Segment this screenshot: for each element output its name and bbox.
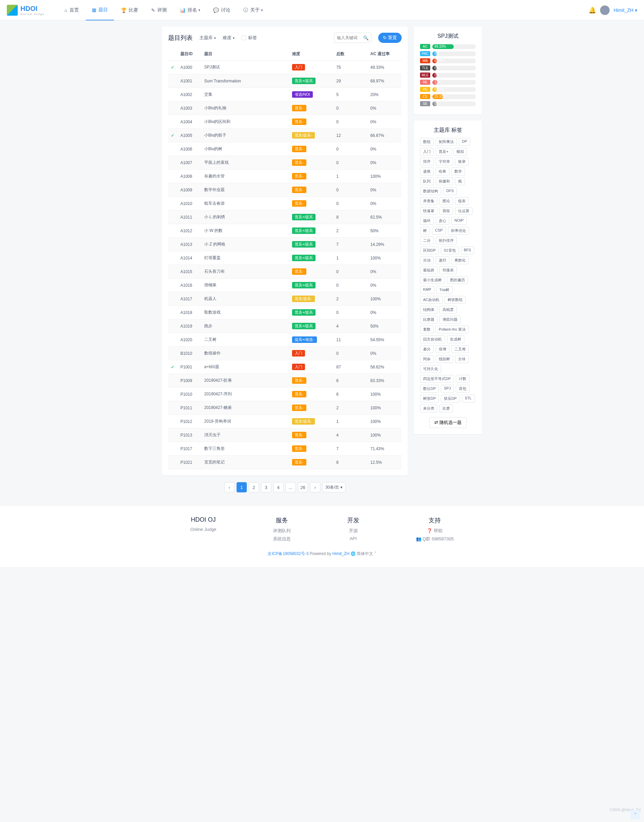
footer-link[interactable]: 开源	[347, 528, 359, 534]
tag-BFS[interactable]: BFS	[461, 247, 474, 254]
problem-title[interactable]: SPJ测试	[201, 61, 289, 74]
table-row[interactable]: A1019跑步普及+/提高450%	[168, 320, 402, 333]
tag-博弈问题[interactable]: 博弈问题	[439, 316, 460, 324]
problem-title[interactable]: 取数游戏	[201, 306, 289, 320]
tag-并查集[interactable]: 并查集	[420, 197, 437, 205]
table-row[interactable]: P10122019-异构单词普及/提高-1100%	[168, 415, 402, 429]
tag-递归[interactable]: 递归	[436, 257, 449, 264]
tag-图论[interactable]: 图论	[439, 197, 453, 205]
table-row[interactable]: P100920190427-阶乘普及-683.33%	[168, 374, 402, 387]
nav-item-关于[interactable]: ⓘ关于▾	[237, 0, 269, 20]
pager-2[interactable]: 2	[249, 482, 259, 492]
pager-...[interactable]: ...	[285, 482, 296, 492]
table-row[interactable]: A1020二叉树提高+/省选-1154.55%	[168, 333, 402, 347]
tag-剪枝[interactable]: 剪枝	[439, 207, 453, 215]
tag-NOIP[interactable]: NOIP	[451, 217, 467, 225]
problem-title[interactable]: 宽宽的笔记	[201, 456, 289, 469]
table-row[interactable]: A1011小 L 的刺绣普及+/提高862.5%	[168, 210, 402, 224]
problem-title[interactable]: 小Biu的骰子	[201, 129, 289, 142]
nav-item-比赛[interactable]: 🏆比赛	[115, 0, 144, 20]
problem-title[interactable]: 机器人	[201, 292, 289, 306]
tag-四边形不等式DP[interactable]: 四边形不等式DP	[420, 375, 454, 383]
reset-button[interactable]: ↻ 重置	[378, 33, 402, 43]
tag-KMP[interactable]: KMP	[420, 286, 434, 294]
table-row[interactable]: P1021宽宽的笔记普及-812.5%	[168, 456, 402, 469]
table-row[interactable]: A1001Sum Transformation普及+/提高2968.97%	[168, 74, 402, 88]
tag-字符串[interactable]: 字符串	[436, 158, 453, 166]
bell-icon[interactable]: 🔔	[589, 6, 596, 14]
problem-title[interactable]: 二叉树	[201, 333, 289, 347]
tag-位运算[interactable]: 位运算	[455, 207, 472, 215]
table-row[interactable]: A1007平面上的直线普及-00%	[168, 156, 402, 170]
tag-队列[interactable]: 队列	[420, 177, 434, 185]
tag-递推[interactable]: 递推	[420, 167, 434, 175]
table-row[interactable]: A1003小Biu的礼物普及-00%	[168, 101, 402, 115]
table-row[interactable]: A1002交集省选/NOI520%	[168, 88, 402, 101]
tag-循环[interactable]: 循环	[420, 217, 434, 225]
tag-可持久化[interactable]: 可持久化	[420, 365, 441, 373]
tag-数组[interactable]: 数组	[420, 138, 434, 146]
table-row[interactable]: ✓A1000SPJ测试入门7549.33%	[168, 61, 402, 74]
table-row[interactable]: ✓P1001a+b问题入门8758.62%	[168, 360, 402, 374]
tag-比赛题[interactable]: 比赛题	[420, 316, 437, 324]
nav-item-评测[interactable]: ✎评测	[145, 0, 173, 20]
lib-select[interactable]: 主题库▾	[199, 35, 216, 41]
problem-title[interactable]: 数字三角形	[201, 442, 289, 456]
problem-title[interactable]: 小 L 的刺绣	[201, 210, 289, 224]
problem-title[interactable]: 有趣的水管	[201, 170, 289, 183]
tag-树状数组[interactable]: 树状数组	[445, 296, 466, 304]
tag-高精度[interactable]: 高精度	[439, 306, 457, 313]
table-row[interactable]: ✓A1005小Biu的骰子普及/提高-1266.67%	[168, 129, 402, 142]
nav-item-讨论[interactable]: 💬讨论	[207, 0, 236, 20]
problem-title[interactable]: 石头剪刀布	[201, 265, 289, 278]
table-row[interactable]: A1009数学作业题普及-00%	[168, 183, 402, 197]
tag-差分[interactable]: 差分	[420, 345, 434, 353]
tag-01背包[interactable]: 01背包	[441, 247, 458, 254]
tag-线段树[interactable]: 线段树	[436, 355, 453, 363]
footer-link[interactable]: 👥 Q群 598587305	[416, 536, 454, 542]
problem-title[interactable]: 小 Z 的网格	[201, 238, 289, 251]
tag-最短路[interactable]: 最短路	[420, 266, 437, 274]
table-row[interactable]: A1004小Biu的区间和普及-00%	[168, 115, 402, 129]
tag-数位DP[interactable]: 数位DP	[420, 385, 439, 393]
tag-分治[interactable]: 分治	[420, 257, 434, 264]
nav-item-排名[interactable]: 📊排名▾	[173, 0, 206, 20]
footer-link[interactable]: ❓ 帮助	[416, 528, 454, 534]
table-row[interactable]: A1015石头剪刀布普及-00%	[168, 265, 402, 278]
tag-DFS[interactable]: DFS	[443, 187, 457, 195]
icp-link[interactable]: 京ICP备19058032号-3	[268, 551, 308, 556]
tag-图的遍历[interactable]: 图的遍历	[447, 276, 468, 284]
tag-Pollard-rho 算法[interactable]: Pollard-rho 算法	[436, 326, 469, 333]
tag-快速幂[interactable]: 快速幂	[420, 207, 437, 215]
tag-STL[interactable]: STL	[462, 395, 475, 403]
pager-prev[interactable]: ‹	[224, 482, 235, 492]
table-row[interactable]: B1010数组操作入门00%	[168, 347, 402, 360]
tag-入门[interactable]: 入门	[420, 148, 434, 156]
problem-title[interactable]: 跑步	[201, 320, 289, 333]
tag-数学[interactable]: 数学	[451, 167, 465, 175]
nav-item-首页[interactable]: ⌂首页	[58, 0, 85, 20]
tag-DP[interactable]: DP	[459, 138, 470, 146]
nav-item-题目[interactable]: ▦题目	[86, 0, 114, 20]
table-row[interactable]: A1008有趣的水管普及-1100%	[168, 170, 402, 183]
tag-最小生成树[interactable]: 最小生成树	[420, 276, 445, 284]
tag-斜率优化[interactable]: 斜率优化	[448, 227, 469, 235]
tag-离散化[interactable]: 离散化	[451, 257, 469, 264]
problem-title[interactable]: 数学作业题	[201, 183, 289, 197]
tag-AC自动机[interactable]: AC自动机	[420, 296, 443, 304]
tag-比赛[interactable]: 比赛	[439, 404, 453, 412]
footer-link[interactable]: 系统信息	[273, 536, 291, 542]
problem-title[interactable]: a+b问题	[201, 360, 289, 374]
tag-素数[interactable]: 素数	[420, 326, 434, 333]
page-size-select[interactable]: 30条/页 ▾	[322, 482, 346, 492]
tag-普及+[interactable]: 普及+	[436, 148, 451, 156]
tag-前缀和[interactable]: 前缀和	[436, 177, 453, 185]
tag-Trie树[interactable]: Trie树	[436, 286, 453, 294]
table-row[interactable]: A1014灯塔覆盖普及+/提高1100%	[168, 251, 402, 265]
problem-title[interactable]: 20190427-阶乘	[201, 374, 289, 387]
footer-link[interactable]: 评测队列	[273, 528, 291, 534]
pager-1[interactable]: 1	[236, 482, 247, 492]
tag-二分[interactable]: 二分	[420, 237, 434, 244]
problem-title[interactable]: 数组操作	[201, 347, 289, 360]
problem-title[interactable]: 交集	[201, 88, 289, 101]
